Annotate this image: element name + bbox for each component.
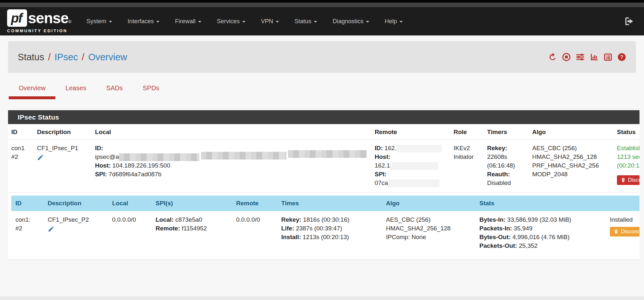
- bar-chart-icon[interactable]: [590, 53, 599, 62]
- navbar: pf sense® COMMUNITY EDITION System Inter…: [0, 7, 644, 35]
- registered-mark: ®: [68, 20, 71, 24]
- cell-spis: Local: c873e5a0 Remote: f1154952: [151, 211, 232, 256]
- sliders-icon[interactable]: [576, 53, 585, 62]
- panel-title: IPsec Status: [8, 110, 639, 124]
- help-icon[interactable]: ?: [617, 53, 626, 62]
- cell-remote: ID: 162. Host: 162.1 SPI: 07ca: [371, 140, 450, 193]
- ike-sa-row: con1 #2 CF1_IPsec_P1 ID: ipsec@a Host: 1…: [8, 140, 639, 193]
- col-local: Local: [108, 196, 151, 211]
- trash-icon: [614, 229, 619, 234]
- trash-icon: [621, 177, 626, 183]
- chevron-down-icon: [399, 21, 403, 23]
- refresh-icon[interactable]: [548, 53, 557, 62]
- cell-status: Established 1213 seconds (00:20:13) Disc…: [614, 140, 639, 193]
- cell-role: IKEv2 Initiator: [450, 140, 484, 193]
- col-timers: Timers: [484, 124, 529, 140]
- table-container: ID Description Local Remote Role Timers …: [8, 124, 639, 260]
- stop-icon[interactable]: [562, 53, 571, 62]
- col-id: ID: [11, 196, 43, 211]
- breadcrumb-separator: /: [48, 52, 51, 63]
- cell-times: Rekey: 1816s (00:30:16) Life: 2387s (00:…: [277, 211, 382, 256]
- sign-out-icon[interactable]: [624, 16, 634, 26]
- cell-description: CF1_IPsec_P1: [34, 140, 92, 193]
- redacted-value: [119, 153, 199, 161]
- chevron-down-icon: [314, 21, 317, 23]
- menu-diagnostics[interactable]: Diagnostics: [325, 18, 377, 25]
- redacted-value: [388, 179, 439, 187]
- menu-services[interactable]: Services: [209, 18, 253, 25]
- svg-text:?: ?: [620, 54, 623, 60]
- col-description: Description: [34, 124, 92, 140]
- menu-firewall[interactable]: Firewall: [167, 18, 209, 25]
- tab-leases[interactable]: Leases: [55, 84, 96, 99]
- breadcrumb: Status / IPsec / Overview: [18, 52, 127, 63]
- content-area: Status / IPsec / Overview ? Overview Lea…: [0, 35, 644, 296]
- col-role: Role: [450, 124, 484, 140]
- col-description: Description: [43, 196, 108, 211]
- col-algo: Algo: [382, 196, 475, 211]
- col-algo: Algo: [529, 124, 614, 140]
- secondary-strip: [0, 3, 644, 7]
- edit-icon[interactable]: [37, 154, 44, 163]
- cell-id: con1 #2: [8, 140, 34, 193]
- chevron-down-icon: [156, 21, 159, 23]
- redacted-value: [397, 145, 442, 152]
- status-established: Established: [617, 144, 639, 153]
- redacted-value: [201, 152, 286, 160]
- cell-description: CF1_IPsec_P2: [43, 211, 108, 256]
- status-installed: Installed: [610, 216, 639, 224]
- redacted-value: [390, 162, 438, 170]
- redacted-value: [288, 150, 367, 158]
- pfsense-logo[interactable]: pf sense® COMMUNITY EDITION: [7, 9, 71, 33]
- tab-sads[interactable]: SADs: [96, 84, 133, 99]
- menu-interfaces[interactable]: Interfaces: [120, 18, 167, 25]
- child-sa-section: ID Description Local SPI(s) Remote Times…: [8, 193, 639, 256]
- cell-algo: AES_CBC (256) HMAC_SHA2_256_128 IPComp: …: [382, 211, 475, 256]
- breadcrumb-ipsec-link[interactable]: IPsec: [54, 52, 78, 63]
- menu-vpn[interactable]: VPN: [253, 18, 287, 25]
- col-actions: [606, 196, 639, 211]
- breadcrumb-status: Status: [18, 52, 44, 63]
- table-header-row: ID Description Local Remote Role Timers …: [8, 124, 639, 140]
- tab-spds[interactable]: SPDs: [133, 84, 169, 99]
- disconnect-button[interactable]: Disconnect: [617, 175, 639, 185]
- ike-sa-table: ID Description Local Remote Role Timers …: [8, 124, 639, 193]
- page-action-icons: ?: [548, 53, 626, 62]
- cell-remote: 0.0.0.0/0: [232, 211, 277, 256]
- col-spis: SPI(s): [151, 196, 232, 211]
- chevron-down-icon: [109, 21, 112, 23]
- cell-id: con1: #2: [11, 211, 43, 256]
- cell-status: Installed Disconnect: [606, 211, 639, 256]
- chevron-down-icon: [198, 21, 201, 23]
- col-times: Times: [277, 196, 382, 211]
- brand-tagline: COMMUNITY EDITION: [7, 28, 71, 33]
- edit-icon[interactable]: [48, 226, 54, 235]
- col-remote: Remote: [232, 196, 277, 211]
- col-local: Local: [92, 124, 371, 140]
- cell-stats: Bytes-In: 33,586,939 (32.03 MiB) Packets…: [475, 211, 606, 256]
- list-icon[interactable]: [603, 53, 612, 62]
- cell-local: 0.0.0.0/0: [108, 211, 151, 256]
- tab-overview[interactable]: Overview: [9, 84, 55, 99]
- breadcrumb-overview-link[interactable]: Overview: [88, 52, 127, 63]
- child-header-row: ID Description Local SPI(s) Remote Times…: [11, 196, 639, 211]
- breadcrumb-bar: Status / IPsec / Overview ?: [8, 41, 636, 73]
- col-stats: Stats: [475, 196, 606, 211]
- menu-system[interactable]: System: [79, 18, 120, 25]
- menu-status[interactable]: Status: [287, 18, 325, 25]
- breadcrumb-separator: /: [82, 52, 84, 63]
- cell-local: ID: ipsec@a Host: 104.189.226.195:500 SP…: [92, 140, 371, 193]
- ipsec-tabs: Overview Leases SADs SPDs: [9, 84, 644, 99]
- menu-help[interactable]: Help: [377, 18, 410, 25]
- pf-logo-box: pf: [7, 9, 27, 27]
- col-id: ID: [8, 124, 34, 140]
- main-menu: System Interfaces Firewall Services VPN …: [79, 18, 410, 25]
- disconnect-button[interactable]: Disconnect: [610, 227, 639, 237]
- top-strip: [0, 0, 644, 3]
- chevron-down-icon: [242, 21, 245, 23]
- cell-algo: AES_CBC (256) HMAC_SHA2_256_128 PRF_HMAC…: [529, 140, 614, 193]
- col-status: Status: [614, 124, 639, 140]
- brand-sense: sense: [28, 10, 68, 26]
- cell-timers: Rekey: 22608s (06:16:48) Reauth: Disable…: [484, 140, 529, 193]
- chevron-down-icon: [276, 21, 279, 23]
